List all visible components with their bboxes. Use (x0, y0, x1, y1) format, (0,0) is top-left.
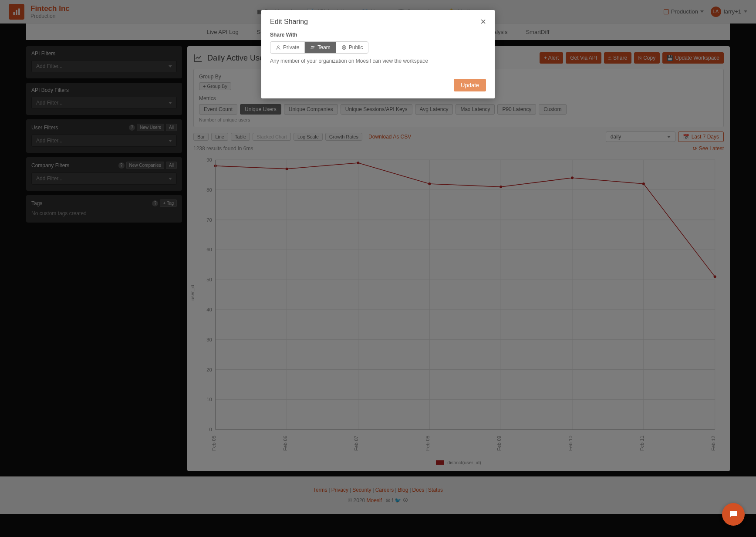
share-desc: Any member of your organization on Moesi… (270, 58, 486, 64)
close-icon[interactable]: × (480, 17, 486, 27)
user-icon (276, 45, 281, 50)
share-team[interactable]: Team (305, 42, 336, 53)
team-icon (310, 45, 315, 50)
share-with-label: Share With (270, 32, 486, 38)
share-options: Private Team Public (270, 41, 368, 54)
svg-point-49 (277, 46, 279, 47)
chat-icon (728, 509, 739, 520)
svg-point-50 (311, 46, 313, 47)
modal-overlay[interactable]: Edit Sharing × Share With Private Team (0, 0, 756, 537)
share-private[interactable]: Private (270, 42, 305, 53)
edit-sharing-modal: Edit Sharing × Share With Private Team (261, 10, 495, 98)
chat-bubble[interactable] (722, 503, 745, 526)
update-button[interactable]: Update (454, 79, 486, 91)
globe-icon (341, 45, 347, 50)
svg-point-51 (314, 46, 315, 47)
share-public[interactable]: Public (336, 42, 368, 53)
modal-title: Edit Sharing (270, 18, 308, 26)
